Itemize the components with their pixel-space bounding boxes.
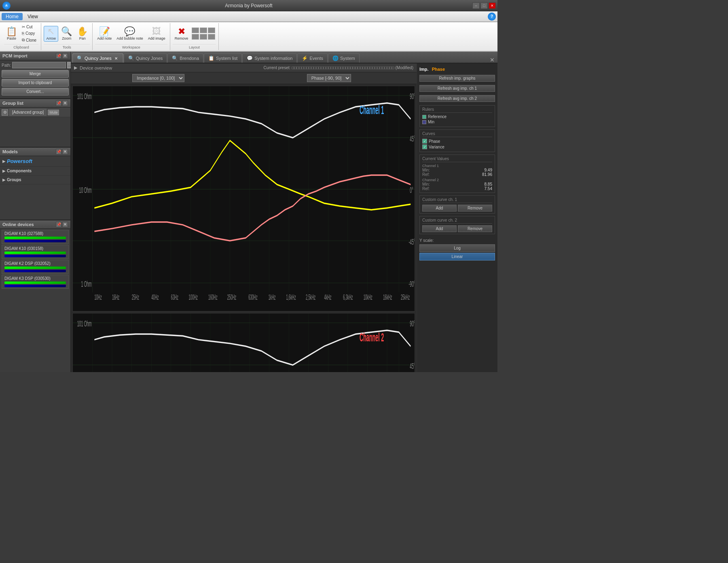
- models-powersoft-header[interactable]: ▶ Powersoft: [2, 157, 69, 165]
- tab-system-list[interactable]: 📋 System list: [204, 53, 242, 63]
- cut-button[interactable]: ✂ Cut: [20, 24, 38, 30]
- maximize-button[interactable]: □: [480, 2, 488, 9]
- pcm-panel-pin[interactable]: 📌: [56, 53, 61, 59]
- online-panel-close[interactable]: ✕: [62, 222, 68, 227]
- group-panel-header: Group list 📌 ✕: [0, 99, 70, 108]
- pcm-panel-close[interactable]: ✕: [62, 53, 68, 59]
- device-item-2[interactable]: DIGAM K10 (030158): [2, 245, 69, 259]
- mute-button[interactable]: Mute: [48, 110, 59, 115]
- tab-events[interactable]: ⚡ Events: [297, 53, 328, 63]
- layout-btn-1[interactable]: [192, 28, 199, 33]
- device-bar-1: [4, 237, 66, 239]
- custom-ch1-buttons: Add Remove: [422, 205, 492, 212]
- tab-system-information[interactable]: 💬 System information: [242, 53, 297, 63]
- convert-button[interactable]: Convert...: [2, 88, 69, 95]
- layout-btn-5[interactable]: [200, 34, 207, 40]
- models-groups-header[interactable]: ▶ Groups: [2, 176, 69, 183]
- device-item-4[interactable]: DIGAM K3 DSP (030530): [2, 275, 69, 289]
- svg-text:101 Ohm: 101 Ohm: [77, 92, 92, 101]
- refresh-avg-ch1-button[interactable]: Refresh avg imp. ch 1: [419, 85, 495, 92]
- copy-icon: ⎘: [22, 31, 24, 36]
- refresh-avg-ch2-button[interactable]: Refresh avg imp. ch 2: [419, 95, 495, 102]
- minimize-button[interactable]: –: [472, 2, 480, 9]
- ruler-min-label: Min: [428, 120, 434, 124]
- models-panel-close[interactable]: ✕: [62, 149, 68, 155]
- ch1-ref-label: Ref:: [422, 172, 430, 177]
- svg-text:1 Ohm: 1 Ohm: [81, 279, 91, 288]
- ribbon-tools-group: ↖ Arrow 🔍 Zoom ✋ Pan Tools: [41, 23, 93, 50]
- custom-curve-ch1-section: Custom curve ch. 1 Add Remove: [419, 195, 495, 214]
- layout-btn-2[interactable]: [200, 28, 207, 33]
- models-panel-pin[interactable]: 📌: [56, 149, 61, 155]
- clone-button[interactable]: ⧉ Clone: [20, 37, 38, 43]
- import-clipboard-button[interactable]: Import to clipboard: [2, 79, 69, 87]
- group-panel-pin[interactable]: 📌: [56, 100, 61, 106]
- layout-btn-6[interactable]: [208, 34, 215, 40]
- linear-button[interactable]: Linear: [419, 253, 495, 260]
- paste-button[interactable]: 📋 Paste: [4, 26, 19, 42]
- custom-ch2-remove-button[interactable]: Remove: [458, 225, 492, 232]
- group-panel-close[interactable]: ✕: [62, 100, 68, 106]
- models-panel-header: Models 📌 ✕: [0, 148, 70, 156]
- device-name-3: DIGAM K2 DSP (032052): [4, 261, 66, 266]
- content-area: 🔍 Quincy Jones ✕ 🔍 Quincy Jones 🔍 Brendo…: [71, 52, 497, 372]
- log-button[interactable]: Log: [419, 244, 495, 252]
- device-item-1[interactable]: DIGAM K10 (027588): [2, 230, 69, 244]
- add-image-button[interactable]: 🖼 Add image: [146, 26, 167, 42]
- svg-text:101 Ohm: 101 Ohm: [77, 319, 92, 328]
- arrow-label: Arrow: [46, 36, 56, 40]
- app-icon: A: [2, 2, 11, 10]
- zoom-button[interactable]: 🔍 Zoom: [59, 26, 74, 42]
- advanced-group-item[interactable]: [Advanced group]: [9, 109, 47, 116]
- remove-button[interactable]: ✖ Remove: [173, 26, 190, 42]
- copy-button[interactable]: ⎘ Copy: [20, 30, 38, 36]
- models-components-header[interactable]: ▶ Components: [2, 167, 69, 174]
- rulers-section: Rulers Reference Min: [419, 105, 495, 127]
- custom-ch1-add-button[interactable]: Add: [422, 205, 457, 212]
- layout-btn-3[interactable]: [208, 28, 215, 33]
- svg-text:-90°: -90°: [408, 279, 415, 288]
- menu-view[interactable]: View: [23, 13, 42, 20]
- content-close-button[interactable]: ✕: [489, 57, 495, 63]
- impedance-select[interactable]: Impedance [0, 100]: [132, 74, 184, 82]
- add-note-button[interactable]: 📝 Add note: [95, 26, 114, 42]
- variance-curve-item: ✓ Variance: [422, 144, 492, 149]
- expand-icon: ▶: [2, 159, 6, 163]
- ch2-min-label: Min:: [422, 182, 430, 186]
- group-gear-button[interactable]: ⚙: [2, 109, 8, 116]
- refresh-imp-button[interactable]: Refresh imp. graphs: [419, 75, 495, 82]
- device-name-2: DIGAM K10 (030158): [4, 246, 66, 251]
- arrow-button[interactable]: ↖ Arrow: [44, 26, 58, 42]
- merge-button[interactable]: Merge: [2, 70, 69, 78]
- tab-brendona[interactable]: 🔍 Brendona: [167, 53, 203, 63]
- tab-system[interactable]: 🌐 System: [328, 53, 360, 63]
- close-button[interactable]: ✕: [489, 2, 496, 9]
- tab-quincy-jones-1[interactable]: 🔍 Quincy Jones ✕: [72, 53, 123, 63]
- ch2-min-row: Min: 8.85: [422, 182, 492, 186]
- path-input[interactable]: [12, 62, 66, 68]
- add-bubble-button[interactable]: 💬 Add bubble note: [114, 26, 145, 42]
- phase-select[interactable]: Phase [-90, 90]: [307, 74, 351, 82]
- help-button[interactable]: ?: [488, 13, 496, 21]
- add-image-label: Add image: [148, 36, 165, 40]
- clone-label: Clone: [26, 38, 36, 42]
- menu-home[interactable]: Home: [2, 13, 23, 20]
- components-label: Components: [7, 169, 32, 173]
- cut-label: Cut: [26, 25, 33, 29]
- svg-text:40Hz: 40Hz: [151, 293, 159, 301]
- phase-checkbox[interactable]: ✓: [422, 139, 427, 144]
- custom-ch1-remove-button[interactable]: Remove: [458, 205, 492, 212]
- variance-checkbox[interactable]: ✓: [422, 144, 427, 149]
- graphs-container: 101 Ohm 10 Ohm 1 Ohm 90° 45° 0° -45° -90…: [71, 84, 417, 372]
- tab-quincy-jones-2[interactable]: 🔍 Quincy Jones: [124, 53, 167, 63]
- ribbon-layout-group: ✖ Remove Layout: [170, 23, 219, 50]
- online-panel-pin[interactable]: 📌: [56, 222, 61, 227]
- custom-ch2-add-button[interactable]: Add: [422, 225, 457, 232]
- tab-close-1[interactable]: ✕: [113, 55, 119, 61]
- pan-button[interactable]: ✋ Pan: [75, 26, 90, 42]
- phase-curve-label: Phase: [429, 139, 440, 144]
- powersoft-logo: Powersoft: [7, 158, 32, 164]
- device-item-3[interactable]: DIGAM K2 DSP (032052): [2, 260, 69, 274]
- layout-btn-4[interactable]: [192, 34, 199, 40]
- svg-text:0°: 0°: [410, 186, 413, 195]
